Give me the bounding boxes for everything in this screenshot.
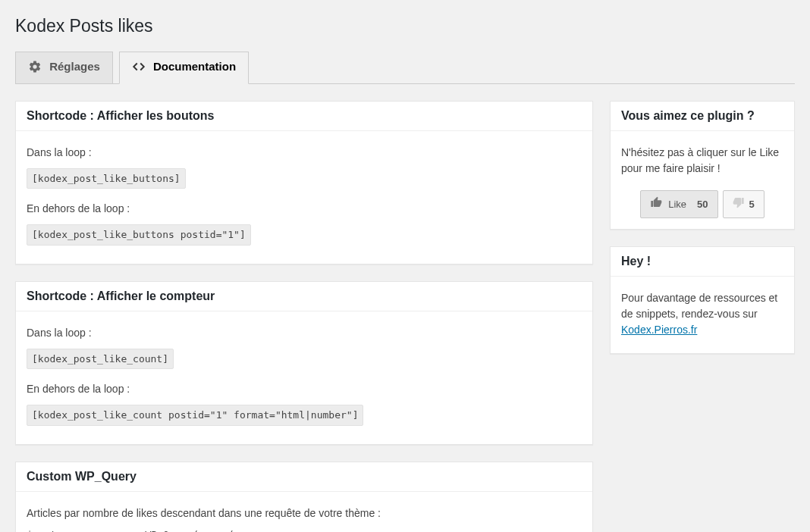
sidebar-heading: Vous aimez ce plugin ?	[611, 102, 794, 131]
thumbs-down-icon	[733, 196, 745, 213]
like-count: 50	[697, 197, 708, 212]
tab-settings-label: Réglages	[49, 60, 100, 73]
dislike-button[interactable]: 5	[723, 190, 764, 219]
section-shortcode-buttons: Shortcode : Afficher les boutons Dans la…	[15, 101, 593, 264]
tab-documentation[interactable]: Documentation	[119, 52, 249, 84]
kodex-link[interactable]: Kodex.Pierros.fr	[621, 324, 697, 336]
sidebar-like-plugin: Vous aimez ce plugin ? N'hésitez pas à c…	[610, 101, 795, 230]
shortcode-code: [kodex_post_like_buttons]	[27, 168, 186, 189]
section-heading: Custom WP_Query	[16, 462, 592, 492]
in-loop-label: Dans la loop :	[27, 325, 582, 341]
wpquery-desc: Articles par nombre de likes descendant …	[27, 505, 582, 521]
thumbs-up-icon	[650, 196, 662, 213]
sidebar-hey: Hey ! Pour davantage de ressources et de…	[610, 246, 795, 354]
shortcode-code: [kodex_post_like_count postid="1" format…	[27, 405, 363, 426]
section-shortcode-counter: Shortcode : Afficher le compteur Dans la…	[15, 281, 593, 445]
sidebar-like-text: N'hésitez pas à cliquer sur le Like pour…	[621, 145, 783, 177]
tab-documentation-label: Documentation	[153, 60, 236, 73]
sidebar-heading: Hey !	[611, 247, 794, 277]
in-loop-label: Dans la loop :	[27, 145, 582, 161]
like-label: Like	[668, 197, 686, 212]
tab-navigation: Réglages Documentation	[15, 52, 795, 84]
out-loop-label: En dehors de la loop :	[27, 201, 582, 217]
section-heading: Shortcode : Afficher les boutons	[16, 102, 592, 131]
code-icon	[132, 60, 146, 76]
dislike-count: 5	[749, 197, 755, 212]
wpquery-code: $custom_query = new WP_Query(array( 'pos…	[27, 527, 582, 532]
section-heading: Shortcode : Afficher le compteur	[16, 282, 592, 311]
tab-settings[interactable]: Réglages	[15, 52, 113, 84]
sidebar-hey-text: Pour davantage de ressources et de snipp…	[621, 292, 777, 320]
section-wpquery: Custom WP_Query Articles par nombre de l…	[15, 462, 593, 532]
shortcode-code: [kodex_post_like_buttons postid="1"]	[27, 224, 251, 246]
page-title: Kodex Posts likes	[15, 15, 795, 38]
out-loop-label: En dehors de la loop :	[27, 381, 582, 397]
shortcode-code: [kodex_post_like_count]	[27, 349, 174, 370]
like-button[interactable]: Like 50	[640, 190, 717, 219]
gear-icon	[28, 60, 42, 76]
